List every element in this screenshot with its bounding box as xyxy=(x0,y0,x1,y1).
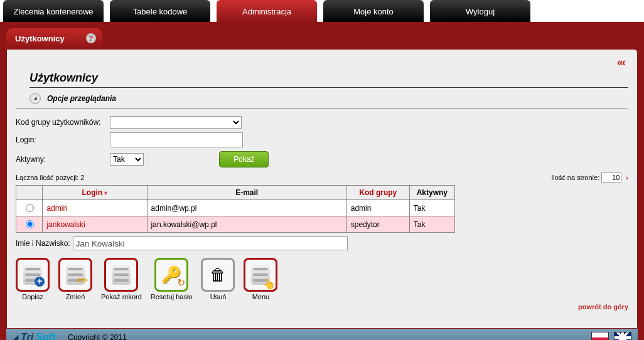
options-header-row[interactable]: ▴ Opcje przeglądania xyxy=(16,90,628,109)
list-icon xyxy=(112,265,131,285)
lang-en-button[interactable] xyxy=(614,332,631,340)
table-row[interactable]: admin admin@wp.pl admin Tak xyxy=(16,200,455,216)
add-label: Dopisz xyxy=(16,293,50,300)
top-tabs: Zlecenia kontenerowe Tabele kodowe Admin… xyxy=(0,0,644,22)
tab-logout[interactable]: Wyloguj xyxy=(430,0,530,22)
show-record-button[interactable]: Pokaż rekord xyxy=(101,258,142,300)
show-button[interactable]: Pokaż xyxy=(219,151,269,167)
tab-orders[interactable]: Zlecenia kontenerowe xyxy=(3,0,104,22)
table-row[interactable]: jankowalski jan.kowalski@wp.pl spedytor … xyxy=(16,216,455,233)
collapse-toggle-icon[interactable]: ▴ xyxy=(30,93,41,104)
login-input[interactable] xyxy=(110,132,243,147)
total-value: 2 xyxy=(80,174,84,181)
logo-tri-icon: ◢ xyxy=(13,333,18,340)
group-label: Kod grupy użytkowników: xyxy=(16,118,110,127)
row-radio[interactable] xyxy=(26,220,34,228)
active-select[interactable]: Tak xyxy=(110,153,144,166)
row-radio[interactable] xyxy=(26,204,34,212)
col-email[interactable]: E-mail xyxy=(147,186,346,200)
tab-account[interactable]: Moje konto xyxy=(323,0,424,22)
table-meta: Łączna ilość pozycji: 2 Ilość na stronie… xyxy=(16,173,628,183)
cell-login[interactable]: admin xyxy=(43,200,147,216)
name-label: Imie i Nazwisko: xyxy=(16,239,70,248)
subtab-users[interactable]: Użytkownicy ? xyxy=(6,28,102,49)
login-label: Login: xyxy=(16,135,110,144)
footer: ◢ TriSoft Copyright © 2011 xyxy=(6,329,638,340)
plus-icon: + xyxy=(35,277,45,287)
total-label: Łączna ilość pozycji: xyxy=(16,174,78,181)
sort-desc-icon: ▾ xyxy=(104,189,107,196)
reset-password-button[interactable]: 🔑 ↻ Resetuj hasło xyxy=(151,258,193,300)
cell-login[interactable]: jankowalski xyxy=(43,216,147,233)
col-login[interactable]: Login ▾ xyxy=(43,186,147,200)
name-input[interactable] xyxy=(73,236,348,250)
filters-form: Kod grupy użytkowników: Login: Aktywny: … xyxy=(16,116,628,167)
pointer-icon: 👆 xyxy=(263,278,276,290)
edit-label: Zmień xyxy=(58,293,92,300)
collapse-chevrons-icon[interactable]: ‹‹‹ xyxy=(16,56,628,69)
menu-label: Menu xyxy=(244,293,277,300)
name-row: Imie i Nazwisko: xyxy=(16,236,628,250)
trash-icon: 🗑 xyxy=(210,265,226,285)
add-button[interactable]: + Dopisz xyxy=(16,258,50,300)
lang-pl-button[interactable] xyxy=(591,332,609,340)
refresh-icon: ↻ xyxy=(177,277,185,289)
copyright: Copyright © 2011 xyxy=(68,333,127,340)
edit-button[interactable]: ✎ Zmień xyxy=(58,258,92,300)
show-label: Pokaż rekord xyxy=(101,293,142,300)
page-title: Użytkownicy xyxy=(30,72,628,88)
reset-label: Resetuj hasło xyxy=(151,293,193,300)
content-panel: ‹‹‹ Użytkownicy ▴ Opcje przeglądania Kod… xyxy=(6,49,638,329)
cell-active: Tak xyxy=(409,216,454,233)
tab-admin[interactable]: Administracja xyxy=(217,0,317,22)
delete-label: Usuń xyxy=(201,293,235,300)
cell-active: Tak xyxy=(409,200,454,216)
active-label: Aktywny: xyxy=(16,155,110,164)
col-active[interactable]: Aktywny xyxy=(409,186,454,200)
cell-email: admin@wp.pl xyxy=(147,200,346,216)
options-header-label: Opcje przeglądania xyxy=(47,94,116,103)
next-page-icon[interactable]: › xyxy=(626,174,628,181)
panel-outer: Użytkownicy ? ‹‹‹ Użytkownicy ▴ Opcje pr… xyxy=(0,22,644,340)
record-toolbar: + Dopisz ✎ Zmień Pokaż rekord 🔑 xyxy=(16,258,628,300)
group-select[interactable] xyxy=(110,116,242,129)
help-icon[interactable]: ? xyxy=(86,33,96,43)
delete-button[interactable]: 🗑 Usuń xyxy=(201,258,235,300)
col-select xyxy=(16,186,43,200)
users-table: Login ▾ E-mail Kod grupy Aktywny admin a… xyxy=(16,185,455,233)
cell-group: spedytor xyxy=(346,216,409,233)
back-to-top-link[interactable]: powrót do góry xyxy=(16,303,628,311)
col-group[interactable]: Kod grupy xyxy=(346,186,409,200)
per-page-label: Ilość na stronie: xyxy=(551,174,599,181)
subtab-label: Użytkownicy xyxy=(15,34,65,43)
brand-logo: ◢ TriSoft xyxy=(13,332,55,340)
cell-email: jan.kowalski@wp.pl xyxy=(147,216,346,233)
cell-group: admin xyxy=(346,200,409,216)
tab-codes[interactable]: Tabele kodowe xyxy=(110,0,210,22)
per-page-input[interactable] xyxy=(601,173,621,183)
menu-button[interactable]: 👆 Menu xyxy=(244,258,277,300)
